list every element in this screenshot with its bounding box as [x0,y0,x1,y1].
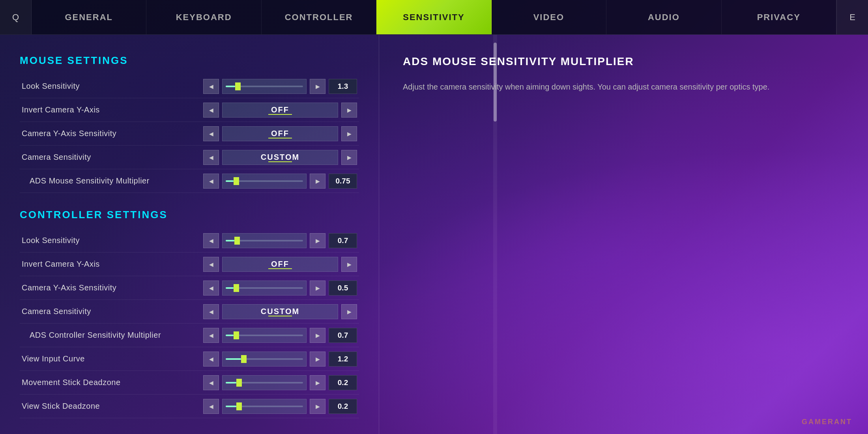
value-box-movement-stick-deadzone: 0.2 [329,375,357,390]
settings-panel[interactable]: MOUSE SETTINGSLook Sensitivity◀▶1.3Inver… [0,35,379,434]
toggle-invert-camera-y-ctrl[interactable]: OFF [222,257,338,272]
setting-row-view-stick-deadzone: View Stick Deadzone◀▶0.2 [20,395,359,418]
arrow-left-movement-stick-deadzone[interactable]: ◀ [203,375,219,390]
setting-label-camera-y-axis-mouse: Camera Y-Axis Sensitivity [22,129,203,138]
setting-row-movement-stick-deadzone: Movement Stick Deadzone◀▶0.2 [20,371,359,395]
slider-thumb-camera-y-axis-ctrl[interactable] [234,284,239,292]
setting-row-look-sensitivity-ctrl: Look Sensitivity◀▶0.7 [20,229,359,253]
nav-left-icon[interactable]: Q [0,0,32,34]
slider-view-input-curve[interactable] [222,352,307,367]
arrow-right-look-sensitivity-ctrl[interactable]: ▶ [310,233,326,248]
setting-label-view-input-curve: View Input Curve [22,354,203,363]
nav-tabs: GENERALKEYBOARDCONTROLLERSENSITIVITYVIDE… [32,0,836,34]
tab-general[interactable]: GENERAL [32,0,146,34]
setting-row-camera-sensitivity-ctrl: Camera Sensitivity◀CUSTOM▶ [20,300,359,324]
arrow-left-invert-camera-y-ctrl[interactable]: ◀ [203,257,219,272]
setting-label-invert-camera-y-mouse: Invert Camera Y-Axis [22,105,203,114]
value-box-view-stick-deadzone: 0.2 [329,399,357,414]
main-content: MOUSE SETTINGSLook Sensitivity◀▶1.3Inver… [0,35,868,434]
arrow-left-ads-ctrl-multiplier[interactable]: ◀ [203,328,219,343]
arrow-left-invert-camera-y-mouse[interactable]: ◀ [203,103,219,118]
value-box-camera-y-axis-ctrl: 0.5 [329,281,357,296]
value-box-ads-mouse-multiplier: 0.75 [329,174,357,189]
toggle-camera-sensitivity-ctrl[interactable]: CUSTOM [222,304,338,319]
arrow-right-view-input-curve[interactable]: ▶ [310,352,326,367]
arrow-left-view-stick-deadzone[interactable]: ◀ [203,399,219,414]
slider-thumb-ads-ctrl-multiplier[interactable] [234,331,239,339]
arrow-right-movement-stick-deadzone[interactable]: ▶ [310,375,326,390]
slider-camera-y-axis-ctrl[interactable] [222,281,307,296]
setting-label-camera-sensitivity-mouse: Camera Sensitivity [22,153,203,162]
arrow-right-camera-y-axis-ctrl[interactable]: ▶ [310,281,326,296]
controller-settings-header: CONTROLLER SETTINGS [20,209,359,221]
slider-thumb-look-sensitivity-ctrl[interactable] [234,237,240,245]
slider-look-sensitivity-ctrl[interactable] [222,233,307,248]
setting-row-invert-camera-y-mouse: Invert Camera Y-Axis◀OFF▶ [20,98,359,122]
setting-label-ads-ctrl-multiplier: ADS Controller Sensitivity Multiplier [22,331,203,340]
setting-label-ads-mouse-multiplier: ADS Mouse Sensitivity Multiplier [22,176,203,185]
toggle-camera-y-axis-mouse[interactable]: OFF [222,126,338,141]
tab-video[interactable]: VIDEO [492,0,606,34]
arrow-left-look-sensitivity-mouse[interactable]: ◀ [203,79,219,94]
value-box-look-sensitivity-mouse: 1.3 [329,79,357,94]
setting-row-ads-mouse-multiplier: ADS Mouse Sensitivity Multiplier◀▶0.75 [20,169,359,193]
toggle-invert-camera-y-mouse[interactable]: OFF [222,103,338,118]
arrow-right-invert-camera-y-ctrl[interactable]: ▶ [341,257,357,272]
slider-thumb-movement-stick-deadzone[interactable] [236,379,242,387]
arrow-right-camera-sensitivity-ctrl[interactable]: ▶ [341,304,357,319]
nav-bar: Q GENERALKEYBOARDCONTROLLERSENSITIVITYVI… [0,0,868,35]
value-box-ads-ctrl-multiplier: 0.7 [329,328,357,343]
watermark: GAMERANT [802,418,852,426]
toggle-camera-sensitivity-mouse[interactable]: CUSTOM [222,150,338,165]
setting-row-camera-y-axis-ctrl: Camera Y-Axis Sensitivity◀▶0.5 [20,276,359,300]
tab-keyboard[interactable]: KEYBOARD [146,0,261,34]
arrow-right-camera-sensitivity-mouse[interactable]: ▶ [341,150,357,165]
arrow-right-look-sensitivity-mouse[interactable]: ▶ [310,79,326,94]
arrow-left-look-sensitivity-ctrl[interactable]: ◀ [203,233,219,248]
arrow-right-ads-mouse-multiplier[interactable]: ▶ [310,174,326,189]
nav-right-icon[interactable]: E [836,0,868,34]
arrow-left-view-input-curve[interactable]: ◀ [203,352,219,367]
setting-row-invert-camera-y-ctrl: Invert Camera Y-Axis◀OFF▶ [20,253,359,276]
slider-ads-mouse-multiplier[interactable] [222,174,307,189]
tab-privacy[interactable]: PRIVACY [722,0,836,34]
watermark-text: GAME [802,418,828,426]
slider-thumb-look-sensitivity-mouse[interactable] [235,82,241,90]
arrow-left-ads-mouse-multiplier[interactable]: ◀ [203,174,219,189]
setting-label-look-sensitivity-ctrl: Look Sensitivity [22,236,203,245]
arrow-right-ads-ctrl-multiplier[interactable]: ▶ [310,328,326,343]
arrow-right-camera-y-axis-mouse[interactable]: ▶ [341,126,357,141]
slider-movement-stick-deadzone[interactable] [222,375,307,390]
slider-thumb-view-input-curve[interactable] [241,355,247,363]
arrow-left-camera-y-axis-mouse[interactable]: ◀ [203,126,219,141]
slider-view-stick-deadzone[interactable] [222,399,307,414]
setting-label-view-stick-deadzone: View Stick Deadzone [22,402,203,411]
mouse-settings-header: MOUSE SETTINGS [20,54,359,67]
slider-look-sensitivity-mouse[interactable] [222,79,307,94]
setting-row-ads-ctrl-multiplier: ADS Controller Sensitivity Multiplier◀▶0… [20,324,359,347]
slider-thumb-view-stick-deadzone[interactable] [236,402,242,410]
value-box-look-sensitivity-ctrl: 0.7 [329,233,357,248]
arrow-left-camera-sensitivity-mouse[interactable]: ◀ [203,150,219,165]
setting-row-look-sensitivity-mouse: Look Sensitivity◀▶1.3 [20,75,359,98]
setting-label-invert-camera-y-ctrl: Invert Camera Y-Axis [22,260,203,269]
setting-label-camera-y-axis-ctrl: Camera Y-Axis Sensitivity [22,283,203,292]
setting-row-camera-y-axis-mouse: Camera Y-Axis Sensitivity◀OFF▶ [20,122,359,146]
slider-thumb-ads-mouse-multiplier[interactable] [234,177,239,185]
arrow-right-invert-camera-y-mouse[interactable]: ▶ [341,103,357,118]
setting-label-movement-stick-deadzone: Movement Stick Deadzone [22,378,203,387]
info-description: Adjust the camera sensitivity when aimin… [403,80,844,93]
setting-label-camera-sensitivity-ctrl: Camera Sensitivity [22,307,203,316]
setting-row-camera-sensitivity-mouse: Camera Sensitivity◀CUSTOM▶ [20,146,359,169]
arrow-right-view-stick-deadzone[interactable]: ▶ [310,399,326,414]
tab-audio[interactable]: AUDIO [606,0,721,34]
tab-controller[interactable]: CONTROLLER [262,0,376,34]
arrow-left-camera-y-axis-ctrl[interactable]: ◀ [203,281,219,296]
info-title: ADS MOUSE SENSITIVITY MULTIPLIER [403,54,844,69]
arrow-left-camera-sensitivity-ctrl[interactable]: ◀ [203,304,219,319]
setting-row-view-input-curve: View Input Curve◀▶1.2 [20,347,359,371]
slider-ads-ctrl-multiplier[interactable] [222,328,307,343]
watermark-highlight: RANT [828,418,852,426]
tab-sensitivity[interactable]: SENSITIVITY [376,0,491,34]
setting-label-look-sensitivity-mouse: Look Sensitivity [22,82,203,91]
